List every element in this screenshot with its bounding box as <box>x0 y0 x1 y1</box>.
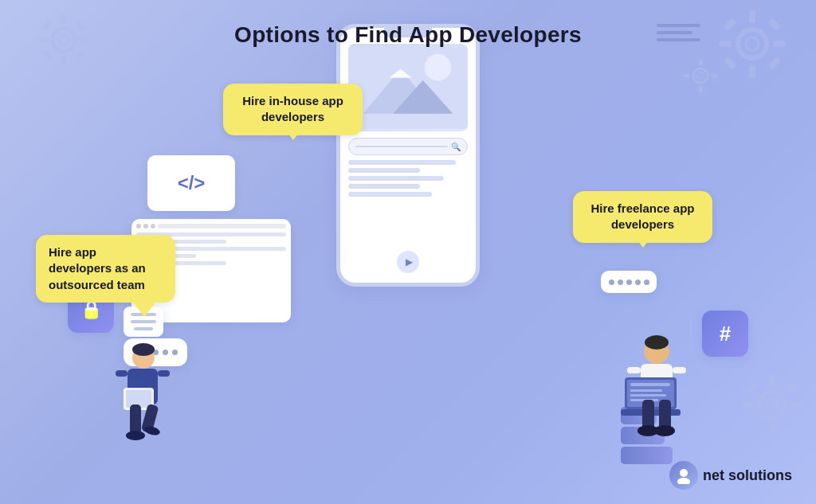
svg-rect-58 <box>630 383 670 386</box>
svg-rect-8 <box>41 49 53 61</box>
svg-rect-18 <box>724 57 737 70</box>
code-card: </> <box>147 155 235 211</box>
mountain-illustration <box>348 44 468 131</box>
svg-rect-53 <box>627 367 641 373</box>
svg-point-51 <box>645 335 669 350</box>
logo: net solutions <box>669 461 792 490</box>
play-icon: ▶ <box>406 256 413 268</box>
phone-search-bar: 🔍 <box>348 138 468 155</box>
svg-rect-19 <box>768 57 782 70</box>
gear-icon-bottom-right <box>736 369 808 440</box>
svg-point-20 <box>693 68 708 83</box>
bubble-freelance-text: Hire freelance app developers <box>590 201 694 231</box>
menu-line-3 <box>657 38 700 41</box>
svg-rect-33 <box>787 381 798 393</box>
svg-point-27 <box>767 399 778 410</box>
svg-rect-22 <box>699 59 702 65</box>
svg-point-66 <box>680 469 688 477</box>
code-icon: </> <box>178 172 206 194</box>
developer-figure-left <box>92 342 179 477</box>
svg-rect-30 <box>742 401 753 407</box>
lock-icon: 🔒 <box>80 299 102 320</box>
svg-rect-13 <box>749 64 755 77</box>
logo-brand: net solutions <box>703 467 792 483</box>
svg-rect-23 <box>699 86 702 92</box>
svg-rect-28 <box>769 374 775 385</box>
logo-text: net solutions <box>703 467 792 484</box>
svg-rect-29 <box>769 423 775 434</box>
svg-point-67 <box>677 478 690 484</box>
svg-point-65 <box>654 425 675 436</box>
bubble-freelance: Hire freelance app developers <box>573 191 712 243</box>
developer-figure-right <box>613 334 716 461</box>
bubble-outsourced-text: Hire app developers as an outsourced tea… <box>49 245 146 291</box>
svg-point-21 <box>697 72 704 79</box>
right-dots-card <box>601 271 657 293</box>
gear-icon-top-right-small <box>681 56 720 96</box>
figure-left-developer <box>92 342 179 480</box>
svg-rect-43 <box>158 370 170 377</box>
hash-icon: # <box>720 322 731 346</box>
svg-rect-24 <box>684 74 690 77</box>
logo-person-icon <box>675 467 692 484</box>
phone-play-button: ▶ <box>397 251 419 273</box>
bubble-outsourced: Hire app developers as an outsourced tea… <box>36 235 175 303</box>
bubble-inhouse: Hire in-house app developers <box>223 84 363 135</box>
svg-rect-32 <box>746 381 758 393</box>
menu-line-2 <box>657 31 692 34</box>
svg-point-40 <box>132 343 155 356</box>
svg-point-35 <box>425 54 452 81</box>
svg-rect-3 <box>61 55 66 65</box>
svg-rect-9 <box>75 49 86 61</box>
svg-point-26 <box>759 392 785 417</box>
browser-url-bar <box>158 224 286 229</box>
svg-rect-60 <box>630 394 666 397</box>
svg-rect-54 <box>673 367 686 373</box>
figure-right-developer <box>613 334 716 464</box>
svg-rect-59 <box>630 389 662 392</box>
phone-image-area <box>348 44 468 131</box>
logo-icon <box>669 461 698 490</box>
browser-dot-2 <box>143 224 148 229</box>
menu-lines-decoration <box>657 24 700 41</box>
page-container: Options to Find App Developers <box>0 0 816 504</box>
svg-rect-42 <box>116 370 128 377</box>
search-icon-phone: 🔍 <box>451 143 461 151</box>
svg-rect-25 <box>711 74 717 77</box>
svg-point-48 <box>126 431 145 440</box>
phone-content-lines <box>348 160 468 197</box>
svg-rect-31 <box>790 401 802 407</box>
browser-dot-3 <box>151 224 155 229</box>
menu-line-1 <box>657 24 700 27</box>
phone-mockup: 🔍 ▶ <box>336 24 480 287</box>
bubble-inhouse-text: Hire in-house app developers <box>242 94 343 123</box>
browser-dot-1 <box>136 224 141 229</box>
